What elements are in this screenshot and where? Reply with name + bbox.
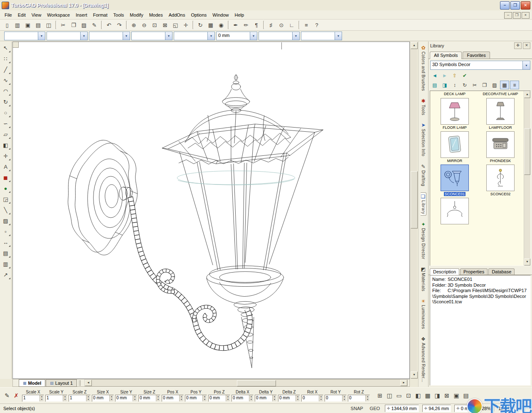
menu-view[interactable]: View	[29, 11, 44, 19]
list-view-icon[interactable]: ≡	[510, 81, 519, 89]
cancel-selection-icon[interactable]: ✗	[12, 391, 21, 400]
menu-modify[interactable]: Modify	[127, 11, 146, 19]
scroll-down-icon[interactable]: ▼	[411, 371, 418, 379]
print-icon[interactable]: ▤	[33, 20, 43, 30]
menu-format[interactable]: Format	[90, 11, 111, 19]
spinner[interactable]: ▲▼	[156, 395, 160, 401]
inspector-field-input[interactable]: 0 mm ▲▼	[138, 395, 160, 402]
tab-model[interactable]: ▦ Model	[19, 379, 45, 387]
ucs-icon[interactable]: ◫	[385, 391, 394, 400]
inspector-field-input[interactable]: 0 mm ▲▼	[278, 395, 300, 402]
text-tool[interactable]: A	[0, 162, 11, 172]
property-combo-4[interactable]: ▼	[131, 32, 172, 40]
close-shape-icon[interactable]: ⊠	[442, 391, 451, 400]
library-symbol-partial[interactable]	[432, 198, 478, 224]
panel-tab-advanced-render[interactable]: ❖ Advanced Render...	[421, 335, 426, 384]
properties-icon[interactable]: ≡	[301, 20, 311, 30]
canvas-horizontal-scrollbar[interactable]: ◄ ►	[84, 379, 408, 386]
menu-file[interactable]: File	[2, 11, 15, 19]
spinner[interactable]: ▲▼	[86, 395, 90, 401]
property-combo-7[interactable]: ▼	[259, 32, 300, 40]
zoom-region-tool[interactable]: ◲	[0, 194, 11, 204]
sphere-tool[interactable]: ●	[0, 183, 11, 194]
inspector-field-input[interactable]: 0 ▲▼	[325, 395, 347, 402]
arc-tool[interactable]: ◠	[0, 86, 11, 96]
copy-icon[interactable]: ❐	[69, 20, 79, 30]
spinner[interactable]: ▲▼	[109, 395, 113, 401]
format-painter-icon[interactable]: ✎	[89, 20, 99, 30]
zoom-extents-icon[interactable]: ⊠	[160, 20, 170, 30]
spinner[interactable]: ▲▼	[179, 395, 183, 401]
new-icon[interactable]: ▯	[2, 20, 12, 30]
snap-toggle[interactable]: SNAP	[349, 406, 365, 411]
copy-symbol-icon[interactable]: ❐	[480, 81, 489, 89]
pen-width-combo[interactable]: 0 mm ▼	[216, 32, 257, 40]
wireframe-icon[interactable]: ▦	[206, 20, 216, 30]
redo-icon[interactable]: ↷	[114, 20, 124, 30]
inspector-field-input[interactable]: 0 ▲▼	[348, 395, 370, 402]
library-symbol-lampfloor[interactable]: LAMPFLOOR	[478, 98, 523, 130]
menu-edit[interactable]: Edit	[15, 11, 29, 19]
curve-tool[interactable]: ∽	[0, 118, 11, 129]
chevron-down-icon[interactable]: ▼	[292, 32, 299, 40]
mdi-close-button[interactable]: ×	[522, 12, 530, 19]
point-tool[interactable]: ∷	[0, 54, 11, 64]
layer-icon[interactable]: ◧	[414, 391, 423, 400]
menu-insert[interactable]: Insert	[73, 11, 90, 19]
table-icon[interactable]: ▭	[394, 391, 404, 400]
box-tool[interactable]: ▱	[0, 129, 11, 140]
window-close-button[interactable]: ✕	[521, 1, 530, 10]
menu-options[interactable]: Options	[188, 11, 209, 19]
inspector-field-input[interactable]: 0 mm ▲▼	[162, 395, 184, 402]
window-minimize-button[interactable]: –	[500, 1, 510, 10]
inspector-field-input[interactable]: 0 mm ▲▼	[115, 395, 137, 402]
property-combo-3[interactable]: ▼	[89, 32, 130, 40]
panel-tab-drafting[interactable]: ✎ Drafting	[421, 163, 426, 187]
spinner[interactable]: ▲▼	[296, 395, 300, 401]
save-icon[interactable]: ▣	[23, 20, 33, 30]
spinner[interactable]: ▲▼	[272, 395, 276, 401]
dimension-tool[interactable]: ↔	[0, 237, 11, 248]
inspector-field-input[interactable]: 1 ▲▼	[69, 395, 91, 402]
scroll-down-icon[interactable]: ▼	[524, 258, 530, 266]
chevron-down-icon[interactable]: ▼	[80, 32, 87, 40]
menu-workspace[interactable]: Workspace	[44, 11, 73, 19]
panel-tab-library[interactable]: ❏ Library	[421, 192, 426, 216]
line-tool[interactable]: ╱	[0, 64, 11, 75]
back-icon[interactable]: ◄	[430, 71, 439, 80]
pen-icon[interactable]: ✒	[231, 20, 241, 30]
circle-tool[interactable]: ○	[0, 108, 11, 118]
snap-grid-icon[interactable]: ♯	[266, 20, 276, 30]
chevron-down-icon[interactable]: ▼	[165, 32, 172, 40]
up-folder-icon[interactable]: ⇧	[450, 71, 459, 80]
inspector-field-input[interactable]: 1 ▲▼	[22, 395, 44, 402]
canvas-vertical-scrollbar[interactable]: ▲ ▼	[410, 42, 417, 379]
chevron-down-icon[interactable]: ▼	[207, 32, 214, 40]
panel-tab-colors-and-brushes[interactable]: ✿ Colors and Brushes	[421, 44, 426, 92]
scroll-right-icon[interactable]: ►	[400, 380, 407, 386]
pan-icon[interactable]: ✛	[181, 20, 191, 30]
library-symbol-phondesk[interactable]: PHONDESK	[478, 131, 523, 163]
open-icon[interactable]: ▥	[12, 20, 22, 30]
scroll-left-icon[interactable]: ◄	[85, 380, 92, 386]
workplane-icon[interactable]: ⊞	[375, 391, 384, 400]
mesh-icon[interactable]: ▦	[423, 391, 432, 400]
property-combo-1[interactable]: ▼	[4, 32, 45, 40]
ortho-icon[interactable]: ∟	[287, 20, 297, 30]
inspector-field-input[interactable]: 0 mm ▲▼	[255, 395, 277, 402]
spinner[interactable]: ▲▼	[226, 395, 230, 401]
property-combo-2[interactable]: ▼	[47, 32, 88, 40]
panel-tab-materials[interactable]: ◩ Materials	[421, 266, 426, 293]
menu-tools[interactable]: Tools	[111, 11, 127, 19]
spinner[interactable]: ▲▼	[342, 395, 346, 401]
panel-tab-selection-info[interactable]: ➤ Selection Info	[421, 121, 426, 157]
panel-tab-design-director[interactable]: ✦ Design Director	[421, 221, 426, 261]
copy-entity-tool[interactable]: ▥	[0, 259, 11, 269]
pin-icon[interactable]: ✜	[514, 42, 522, 49]
tab-all-symbols[interactable]: All Symbols	[430, 52, 462, 59]
inspector-field-input[interactable]: 0 mm ▲▼	[92, 395, 114, 402]
rotate-tool[interactable]: ↻	[0, 97, 11, 107]
spinner[interactable]: ▲▼	[63, 395, 67, 401]
menu-modes[interactable]: Modes	[146, 11, 166, 19]
tab-description[interactable]: Description	[430, 268, 459, 275]
